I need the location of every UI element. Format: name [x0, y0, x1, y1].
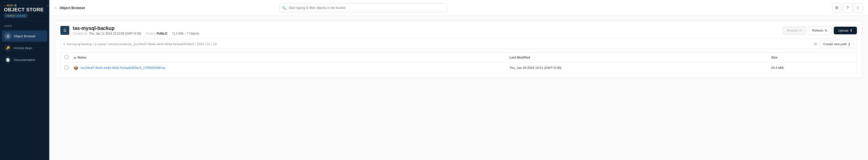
- create-path-icon: ∥: [848, 42, 850, 46]
- col-size-header: Size: [767, 52, 857, 62]
- brand-prefix-label: MINI: [7, 4, 13, 7]
- refresh-label: Refresh: [812, 29, 824, 32]
- select-all-checkbox[interactable]: [65, 55, 68, 59]
- path-separator-4: /: [211, 42, 213, 46]
- brand-mini: ● MINIO: [4, 4, 45, 7]
- refresh-icon: ↻: [825, 29, 828, 32]
- table-header-row: ▲ Name Last Modified Size: [61, 52, 857, 62]
- file-icon: 📦: [73, 65, 79, 70]
- col-checkbox: [61, 52, 69, 62]
- sidebar-item-object-browser-label: Object Browser: [14, 34, 36, 38]
- help-button[interactable]: ?: [843, 3, 852, 12]
- path-segment-5: 18: [213, 42, 216, 46]
- upload-button[interactable]: Upload ⬆: [834, 27, 857, 34]
- search-bar: 🔍: [279, 3, 447, 12]
- bucket-info: tas-mysql-backup Created on: Thu, Jan 11…: [73, 25, 783, 35]
- sidebar-item-access-keys-label: Access Keys: [14, 46, 32, 50]
- collapse-sidebar-button[interactable]: ←: [46, 3, 50, 8]
- settings-button[interactable]: ⚙: [832, 3, 841, 12]
- path-copy-button[interactable]: ⧉: [813, 41, 818, 47]
- path-copy-icon: ⧉: [814, 42, 817, 46]
- search-icon: 🔍: [282, 6, 286, 10]
- create-new-path-button[interactable]: Create new path ∥: [820, 40, 854, 48]
- sidebar-logo: ● MINIO OBJECT STORE AGPLV3 LICENSE: [0, 0, 49, 21]
- path-back-button[interactable]: ‹: [64, 41, 67, 47]
- path-bar: ‹ tas-mysql-backup / p.mysql / service-i…: [60, 39, 857, 49]
- sidebar-user-section: User: [0, 21, 49, 30]
- bucket-icon-symbol: ☰: [63, 28, 66, 33]
- row-checkbox-cell: [61, 62, 69, 73]
- topbar-back-label: Object Browser: [60, 6, 85, 10]
- sidebar-item-documentation-label: Documentation: [14, 58, 35, 62]
- topbar-actions: ⚙ ? ☾: [832, 3, 863, 12]
- path-separator-2: /: [195, 42, 197, 46]
- path-segment-4: 01: [207, 42, 210, 46]
- sort-arrow-icon: ▲: [73, 56, 78, 59]
- sidebar: ● MINIO OBJECT STORE AGPLV3 LICENSE ← Us…: [0, 0, 49, 160]
- path-separator-0: /: [93, 42, 95, 46]
- sidebar-item-documentation[interactable]: 📄 Documentation: [2, 54, 47, 65]
- bucket-icon: ☰: [60, 26, 69, 35]
- path-back-icon: ‹: [64, 42, 65, 46]
- upload-icon: ⬆: [850, 29, 852, 32]
- created-date: Thu, Jan 11 2024 15:13:56 (GMT+5:30): [89, 32, 141, 35]
- documentation-icon: 📄: [4, 56, 11, 63]
- search-input[interactable]: [279, 3, 447, 12]
- col-name-header[interactable]: ▲ Name: [69, 52, 505, 62]
- theme-button[interactable]: ☾: [854, 3, 863, 12]
- objects-table-wrap: ▲ Name Last Modified Size: [60, 52, 857, 73]
- license-label: LICENSE: [16, 15, 25, 17]
- topbar: ← Object Browser 🔍 ⚙ ? ☾: [49, 0, 868, 16]
- object-store-label: OBJECT STORE: [4, 7, 45, 12]
- agplv-label: AGPLV3: [6, 15, 15, 17]
- row-name-cell: 📦 1e134c67-6b44-4444-9d3d-5e3aa5363bc5_1…: [69, 62, 505, 73]
- path-segment-3: 2024: [197, 42, 204, 46]
- objects-table: ▲ Name Last Modified Size: [61, 52, 857, 73]
- settings-icon: ⚙: [835, 5, 838, 10]
- path-separator-3: /: [205, 42, 207, 46]
- sidebar-item-object-browser[interactable]: ⊞ Object Browser: [2, 30, 47, 42]
- access-keys-icon: 🔑: [4, 45, 11, 51]
- bucket-meta: Created on: Thu, Jan 11 2024 15:13:56 (G…: [73, 32, 783, 35]
- back-arrow-icon: ←: [54, 6, 58, 10]
- sidebar-item-access-keys[interactable]: 🔑 Access Keys: [2, 42, 47, 54]
- row-size-cell: 10.4 MiB: [767, 62, 857, 73]
- path-text: tas-mysql-backup / p.mysql / service-ins…: [67, 42, 813, 46]
- bucket-actions: Rewind ↺ Refresh ↻ Upload ⬆: [783, 26, 857, 34]
- content-area: ☰ tas-mysql-backup Created on: Thu, Jan …: [49, 16, 868, 160]
- brand-suffix-label: O: [14, 4, 17, 7]
- bucket-card: ☰ tas-mysql-backup Created on: Thu, Jan …: [55, 21, 862, 78]
- name-col-label: Name: [78, 56, 86, 59]
- rewind-icon: ↺: [799, 29, 802, 32]
- create-new-path-label: Create new path: [824, 42, 847, 46]
- rewind-button: Rewind ↺: [783, 26, 806, 34]
- path-segment-2: service-instance_1e134c67-6b44-4444-9d3d…: [108, 42, 194, 46]
- rewind-label: Rewind: [787, 29, 798, 32]
- access-value: PUBLIC: [157, 32, 168, 35]
- path-separator-1: /: [106, 42, 108, 46]
- theme-icon: ☾: [857, 5, 860, 10]
- file-name-cell: 📦 1e134c67-6b44-4444-9d3d-5e3aa5363bc5_1…: [73, 65, 501, 70]
- bucket-header: ☰ tas-mysql-backup Created on: Thu, Jan …: [60, 25, 857, 35]
- object-browser-icon: ⊞: [4, 33, 11, 39]
- row-select-checkbox[interactable]: [65, 66, 68, 70]
- col-last-modified-header: Last Modified: [505, 52, 767, 62]
- sidebar-nav: ⊞ Object Browser 🔑 Access Keys 📄 Documen…: [0, 30, 49, 65]
- main-content: ← Object Browser 🔍 ⚙ ? ☾ ☰: [49, 0, 868, 160]
- sidebar-user-label: User: [4, 24, 45, 27]
- path-segment-0: tas-mysql-backup: [67, 42, 92, 46]
- size-info: 71.5 MiB – 7 Objects: [172, 32, 199, 35]
- help-icon: ?: [846, 6, 849, 10]
- table-row: 📦 1e134c67-6b44-4444-9d3d-5e3aa5363bc5_1…: [61, 62, 857, 73]
- brand-dot: ●: [4, 4, 6, 7]
- license-badge: AGPLV3 LICENSE: [4, 14, 28, 18]
- bucket-name: tas-mysql-backup: [73, 25, 783, 31]
- created-label: Created on:: [73, 32, 88, 35]
- path-segment-1: p.mysql: [95, 42, 106, 46]
- file-name-link[interactable]: 1e134c67-6b44-4444-9d3d-5e3aa5363bc5_170…: [80, 66, 166, 70]
- upload-label: Upload: [838, 29, 848, 32]
- row-last-modified-cell: Thu, Jan 18 2024 10:51 (GMT+5:30): [505, 62, 767, 73]
- access-label: Access:: [146, 32, 156, 35]
- back-to-object-browser-link[interactable]: ← Object Browser: [54, 6, 85, 10]
- refresh-button[interactable]: Refresh ↻: [808, 26, 832, 34]
